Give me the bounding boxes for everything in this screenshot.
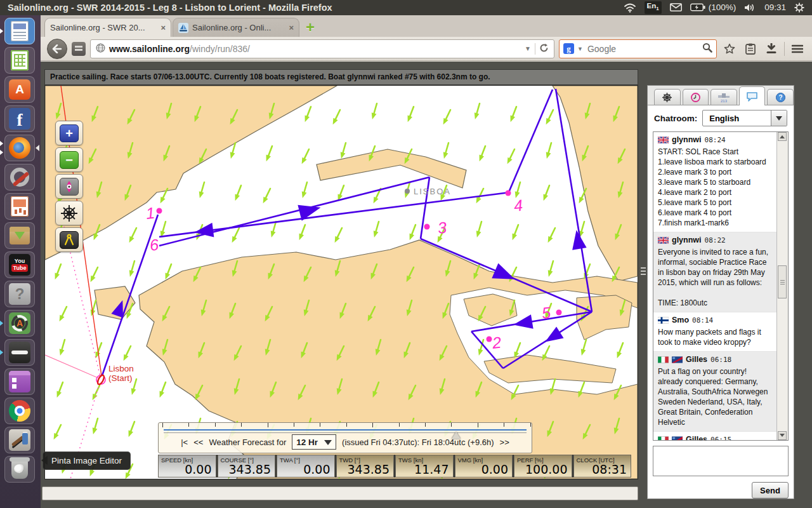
scroll-down-icon[interactable] (778, 431, 787, 440)
launcher-item-software-updater[interactable]: A (4, 310, 35, 337)
search-box[interactable]: g ▼ (559, 39, 717, 58)
forecast-rewind-button[interactable]: |< (181, 438, 188, 447)
downloads-icon[interactable] (763, 41, 780, 57)
zoom-in-button[interactable]: + (55, 121, 83, 145)
chat-time: 08:24 (705, 136, 726, 144)
software-center-icon: A (9, 79, 30, 100)
steering-wheel-button[interactable] (55, 201, 83, 225)
system-clock[interactable]: 09:31 (764, 3, 786, 12)
mark-dot-1 (157, 208, 162, 214)
launcher-item-keyboard-app[interactable] (4, 339, 35, 366)
tab-bar: Sailonline.org - SWR 20... × Sailonline.… (41, 15, 812, 37)
url-bar[interactable]: www.sailonline.org /windy/run/836/ ▼ (90, 39, 554, 58)
scrollbar-thumb[interactable] (778, 265, 787, 298)
forecast-forward-button[interactable]: >> (500, 438, 509, 447)
chevron-down-icon[interactable] (771, 110, 787, 126)
forecast-issued-text: (issued Fri 04:37utc): Fri 18:04utc (+9.… (342, 438, 494, 447)
horizontal-scrollbar[interactable] (42, 486, 638, 500)
mail-icon[interactable] (670, 3, 682, 11)
url-dropdown-icon[interactable]: ▼ (525, 45, 531, 52)
race-map[interactable]: LISBOA123456Lisbon(Start) + − (44, 85, 638, 479)
sidebar-tabs: 213 ? (648, 86, 794, 105)
forecast-interval-select[interactable]: 12 Hr (292, 434, 336, 450)
launcher-item-chrome[interactable] (4, 398, 35, 424)
purple-app-icon (9, 371, 30, 392)
firefox-window: Sailonline.org - SWR 20... × Sailonline.… (41, 15, 812, 508)
tab-help[interactable]: ? (767, 89, 794, 105)
launcher-item-libreoffice-impress[interactable] (4, 193, 35, 220)
chat-scrollbar[interactable] (776, 132, 788, 440)
tab-chat[interactable] (739, 86, 766, 105)
launcher-tooltip: Pinta Image Editor (43, 451, 131, 470)
chat-message-list[interactable]: glynnwi08:24 START: SOL Race Start 1.lea… (653, 132, 777, 440)
search-magnifier-icon[interactable] (702, 43, 712, 55)
tab-delayed-commands[interactable] (683, 89, 709, 105)
city-label: LISBOA (414, 187, 451, 196)
unknown-app-icon: ? (9, 283, 30, 305)
launcher-item-facebook[interactable]: f (4, 105, 35, 132)
chat-input[interactable] (653, 446, 789, 476)
tab-sailonline-online[interactable]: Sailonline.org - Onli... × (173, 18, 299, 37)
launcher-item-firefox[interactable] (4, 135, 35, 161)
splitter-handle[interactable] (639, 252, 647, 290)
tab-title: Sailonline.org - SWR 20... (50, 23, 157, 32)
system-settings-icon (10, 168, 29, 187)
launcher-item-libreoffice-writer[interactable] (4, 18, 35, 44)
flag-gb-icon (658, 237, 669, 244)
bookmark-star-icon[interactable] (721, 41, 738, 57)
tab-ranking[interactable]: 213 (710, 89, 737, 105)
chat-message: glynnwi08:22 Everyone is invited to race… (653, 232, 777, 312)
launcher-item-trash[interactable] (4, 456, 35, 483)
mark-label-4: 4 (513, 196, 524, 215)
launcher-item-libreoffice-calc[interactable] (4, 47, 35, 74)
search-engine-dropdown-icon[interactable]: ▼ (577, 46, 583, 52)
divider-tool-button[interactable] (55, 227, 83, 252)
battery-icon[interactable] (690, 3, 705, 11)
volume-icon[interactable] (744, 3, 756, 12)
scroll-up-icon[interactable] (778, 132, 787, 141)
keyboard-indicator[interactable]: En1 (645, 1, 662, 14)
launcher-item-package-installer[interactable] (4, 222, 35, 249)
send-button[interactable]: Send (752, 482, 789, 498)
search-input[interactable] (586, 43, 699, 55)
tab-close-icon[interactable]: × (160, 23, 166, 32)
facebook-icon: f (9, 108, 30, 130)
launcher-item-system-settings[interactable] (4, 164, 35, 190)
map-canvas[interactable]: LISBOA123456Lisbon(Start) (45, 86, 638, 479)
weather-forecast-panel[interactable]: |< << Weather Forecast for 12 Hr (issued… (158, 422, 532, 453)
launcher-item-software-center[interactable]: A (4, 76, 35, 103)
unity-launcher: AfYouTube?A (0, 15, 41, 508)
tab-close-icon[interactable]: × (289, 23, 294, 32)
chat-user: Smo (672, 316, 689, 324)
launcher-item-pinta[interactable] (4, 427, 35, 453)
race-status-bar: Practice sailing. Race starts 07/06-13.0… (44, 69, 638, 85)
libreoffice-calc-icon (11, 50, 29, 70)
wifi-icon[interactable] (624, 3, 636, 13)
svg-text:213: 213 (721, 98, 728, 102)
forecast-timeline[interactable] (164, 429, 527, 431)
focused-app-arrow (32, 145, 39, 151)
center-boat-button[interactable] (55, 174, 83, 199)
history-grid-icon[interactable] (72, 42, 86, 56)
launcher-item-purple-app[interactable] (4, 368, 35, 395)
navigation-toolbar: www.sailonline.org /windy/run/836/ ▼ g ▼ (41, 37, 812, 61)
back-button[interactable] (47, 39, 67, 59)
session-gear-icon[interactable] (794, 3, 804, 13)
instrument-twa: TWA [°] 0.00 (277, 455, 335, 478)
launcher-item-unknown-app[interactable]: ? (4, 281, 35, 307)
forecast-back-button[interactable]: << (193, 438, 203, 447)
flag-fi-icon (658, 317, 669, 324)
bookmarks-menu-icon[interactable] (742, 41, 759, 57)
tab-steering[interactable] (654, 89, 681, 105)
reload-icon[interactable] (539, 43, 549, 55)
menu-hamburger-icon[interactable] (789, 41, 806, 57)
new-tab-button[interactable]: + (306, 19, 315, 36)
launcher-item-youtube[interactable]: YouTube (4, 251, 35, 278)
google-icon[interactable]: g (563, 43, 574, 54)
page-content: Practice sailing. Race starts 07/06-13.0… (41, 62, 812, 508)
instrument-perf: PERF [%] 100.00 (514, 455, 572, 478)
zoom-out-button[interactable]: − (55, 147, 83, 172)
tab-sailonline-race[interactable]: Sailonline.org - SWR 20... × (44, 18, 171, 37)
system-tray: En1 (100%) 09:31 (624, 1, 804, 14)
chatroom-language-select[interactable]: English (702, 110, 787, 126)
